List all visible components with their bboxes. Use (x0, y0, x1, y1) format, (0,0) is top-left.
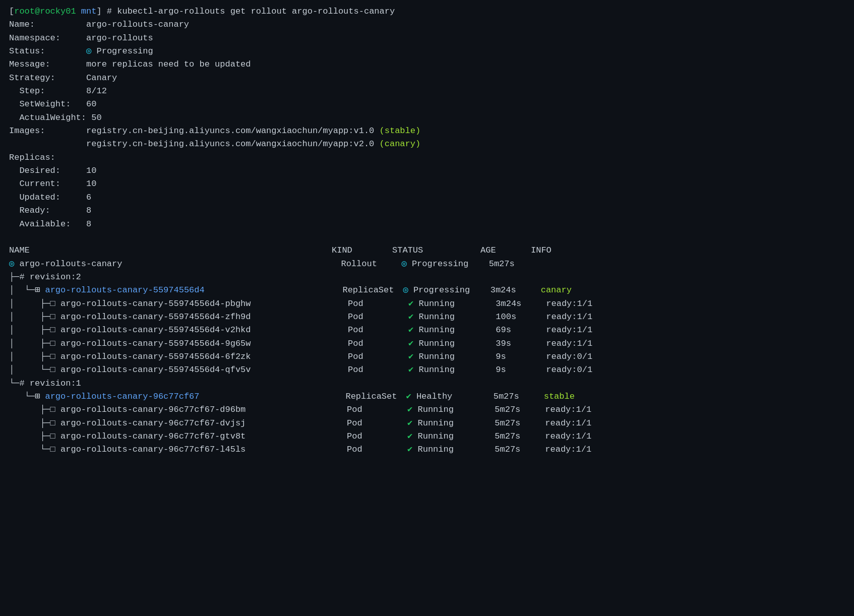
row7-status: Running (413, 350, 496, 363)
row2-info: canary (541, 285, 572, 295)
field-message-label: Message: (9, 59, 86, 69)
row9-prefix: └─# revision:1 (9, 379, 81, 388)
row8-status: Running (413, 363, 496, 377)
row5-age: 69s (496, 324, 546, 337)
row1-prefix: ├─# revision:2 (9, 272, 81, 282)
row4-age: 100s (496, 311, 546, 324)
prompt-hash: # (102, 7, 117, 16)
row12-status-icon: ✔ (407, 418, 412, 428)
field-desired-value: 10 (86, 166, 96, 175)
row14-status-icon: ✔ (407, 445, 412, 454)
row14-tree2: └─□ (40, 443, 60, 456)
row6-tree2: ├─□ (40, 337, 60, 350)
field-image2-value: registry.cn-beijing.aliyuncs.com/wangxia… (86, 139, 374, 149)
prompt: [root@rocky01 mnt] # kubectl-argo-rollou… (9, 7, 395, 16)
row2-tree: └─⊞ (25, 284, 45, 297)
table-row-3: │ ├─□ argo-rollouts-canary-55974556d4-pb… (9, 299, 592, 309)
table-row-4: │ ├─□ argo-rollouts-canary-55974556d4-zf… (9, 312, 592, 322)
row6-info: ready:1/1 (546, 339, 592, 348)
row10-name: argo-rollouts-canary-96c77cf67 (45, 390, 345, 403)
table-row-7: │ ├─□ argo-rollouts-canary-55974556d4-6f… (9, 352, 592, 361)
field-actualweight-label: ActualWeight: (9, 113, 86, 122)
field-image1-value: registry.cn-beijing.aliyuncs.com/wangxia… (86, 126, 374, 136)
row14-indent (9, 443, 25, 456)
row13-tree (25, 430, 40, 443)
table-row-10: └─⊞ argo-rollouts-canary-96c77cf67Replic… (9, 392, 575, 401)
row10-age: 5m27s (494, 390, 544, 403)
row10-status-icon: ✔ (406, 392, 411, 401)
field-namespace-label: Namespace: (9, 33, 86, 43)
row5-status-icon: ✔ (408, 325, 413, 335)
table-row-2: │ └─⊞ argo-rollouts-canary-55974556d4Rep… (9, 285, 572, 295)
row3-status: Running (413, 297, 496, 311)
row2-status: Progressing (408, 284, 491, 297)
field-actualweight-value (86, 113, 91, 122)
row7-info: ready:0/1 (546, 352, 592, 361)
row13-age: 5m27s (495, 430, 545, 443)
row8-indent: │ (9, 363, 25, 377)
prompt-command: kubectl-argo-rollouts get rollout argo-r… (117, 7, 395, 16)
row8-tree (25, 363, 40, 377)
row6-status: Running (413, 337, 496, 350)
row0-kind: Rollout (341, 258, 401, 271)
row14-kind: Pod (347, 443, 407, 456)
row6-indent: │ (9, 337, 25, 350)
table-row-12: ├─□ argo-rollouts-canary-96c77cf67-dvjsj… (9, 418, 591, 428)
field-ready-label: Ready: (9, 206, 86, 215)
row6-status-icon: ✔ (408, 339, 413, 348)
table-row-13: ├─□ argo-rollouts-canary-96c77cf67-gtv8t… (9, 432, 591, 441)
field-message-value: more replicas need to be updated (86, 59, 251, 69)
row12-tree (25, 417, 40, 430)
row8-age: 9s (496, 363, 546, 377)
row4-name: argo-rollouts-canary-55974556d4-zfh9d (60, 311, 348, 324)
table-header-name: NAME (9, 244, 332, 257)
table-row-6: │ ├─□ argo-rollouts-canary-55974556d4-9g… (9, 339, 592, 348)
row2-prefix: │ (9, 284, 25, 297)
row14-info: ready:1/1 (545, 445, 591, 454)
row0-status: Progressing (407, 258, 489, 271)
row11-age: 5m27s (495, 403, 545, 416)
row13-indent (9, 430, 25, 443)
row14-status: Running (412, 443, 495, 456)
field-image2-tag: (canary) (380, 139, 421, 149)
table-row-11: ├─□ argo-rollouts-canary-96c77cf67-d96bm… (9, 405, 591, 414)
row6-kind: Pod (348, 337, 408, 350)
row7-status-icon: ✔ (408, 352, 413, 361)
row12-indent (9, 417, 25, 430)
row4-indent: │ (9, 311, 25, 324)
row3-kind: Pod (348, 297, 408, 311)
row3-status-icon: ✔ (408, 299, 413, 309)
field-desired-label: Desired: (9, 166, 86, 175)
row13-info: ready:1/1 (545, 432, 591, 441)
row10-status: Healthy (411, 390, 494, 403)
table-row-9: └─# revision:1 (9, 379, 81, 388)
row10-tree: └─⊞ (25, 390, 45, 403)
row2-kind: ReplicaSet (342, 284, 403, 297)
field-current-label: Current: (9, 179, 86, 189)
row3-name: argo-rollouts-canary-55974556d4-pbghw (60, 297, 348, 311)
terminal-output: [root@rocky01 mnt] # kubectl-argo-rollou… (9, 5, 845, 457)
field-namespace-value: argo-rollouts (86, 33, 153, 43)
row3-tree2: ├─□ (40, 297, 60, 311)
row11-tree2: ├─□ (40, 403, 60, 416)
field-updated-value: 6 (86, 193, 91, 202)
table-row-8: │ └─□ argo-rollouts-canary-55974556d4-qf… (9, 365, 592, 375)
row5-tree2: ├─□ (40, 324, 60, 337)
row7-indent: │ (9, 350, 25, 363)
row10-kind: ReplicaSet (345, 390, 406, 403)
row0-prefix: ◎ (9, 259, 19, 269)
field-status-label: Status: (9, 46, 86, 56)
row8-status-icon: ✔ (408, 365, 413, 375)
row5-name: argo-rollouts-canary-55974556d4-v2hkd (60, 324, 348, 337)
row12-age: 5m27s (495, 417, 545, 430)
field-name-label: Name: (9, 20, 86, 29)
row13-name: argo-rollouts-canary-96c77cf67-gtv8t (60, 430, 347, 443)
field-name-value: argo-rollouts-canary (86, 20, 189, 29)
row13-kind: Pod (347, 430, 407, 443)
field-replicas-label: Replicas: (9, 153, 55, 162)
row5-indent: │ (9, 324, 25, 337)
row6-age: 39s (496, 337, 546, 350)
field-status-icon: ◎ (86, 46, 91, 56)
row12-name: argo-rollouts-canary-96c77cf67-dvjsj (60, 417, 347, 430)
prompt-path: mnt (81, 7, 97, 16)
